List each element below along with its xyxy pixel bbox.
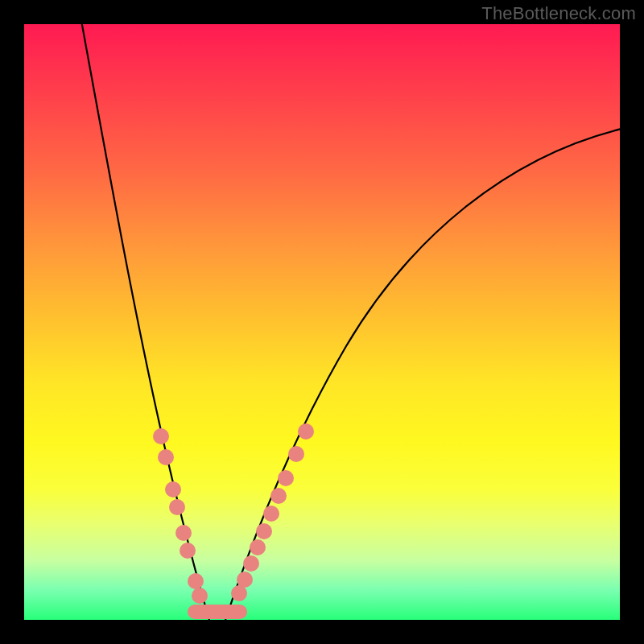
data-dot (243, 555, 259, 572)
data-dot (153, 428, 169, 444)
data-dot (165, 481, 181, 497)
watermark-text: TheBottleneck.com (481, 3, 636, 24)
dots-right-group (231, 423, 314, 601)
data-dot (192, 588, 208, 604)
data-dot (278, 470, 294, 486)
data-dot (237, 572, 253, 588)
data-dot (169, 499, 185, 515)
data-dot (175, 525, 192, 541)
chart-frame: TheBottleneck.com (0, 0, 644, 644)
chart-svg (24, 24, 620, 620)
data-dot (263, 506, 279, 522)
dots-left-group (153, 428, 208, 604)
data-dot (298, 423, 314, 440)
data-dot (188, 573, 204, 589)
data-dot (180, 543, 196, 559)
data-dot (270, 488, 287, 504)
data-dot (250, 539, 266, 555)
data-dot (158, 449, 174, 465)
right-curve (225, 129, 620, 620)
data-dot (256, 523, 272, 539)
data-dot (288, 446, 304, 462)
plot-area (24, 24, 620, 620)
